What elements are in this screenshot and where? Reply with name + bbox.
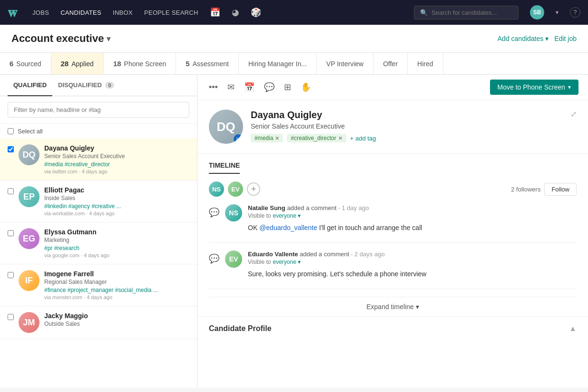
visibility-everyone[interactable]: everyone ▾ [273, 212, 300, 219]
comment-header: Eduardo Vallente added a comment · 2 day… [248, 251, 577, 258]
candidate-name: Elyssa Gutmann [44, 228, 189, 236]
tab-disqualified[interactable]: DISQUALIFIED 0 [52, 75, 119, 96]
disqualified-label: DISQUALIFIED [58, 81, 102, 89]
tab-qualified[interactable]: QUALIFIED [8, 75, 52, 96]
comment-author: Eduardo Vallente [248, 251, 298, 258]
candidate-info: Dayana Quigley Senior Sales Account Exec… [44, 144, 189, 174]
follow-button[interactable]: Follow [544, 183, 577, 196]
detail-tags: #media ✕ #creative_director ✕ + add tag [251, 134, 563, 142]
timeline-section: TIMELINE NS EV + 2 followers Follow 💬 NS… [197, 154, 588, 316]
comment-time: 2 days ago [354, 251, 385, 258]
candidate-checkbox[interactable] [8, 272, 14, 278]
follower-avatar-2: EV [228, 181, 243, 197]
candidate-title: Marketing [44, 237, 189, 243]
image-icon[interactable]: 🎲 [251, 7, 261, 18]
applied-label: Applied [71, 60, 94, 68]
add-follower-button[interactable]: + [247, 182, 260, 196]
nav-jobs[interactable]: JOBS [32, 9, 49, 16]
more-options-icon[interactable]: ••• [207, 80, 220, 94]
nav-candidates[interactable]: CANDIDATES [60, 9, 101, 16]
search-placeholder: Search for candidates... [431, 9, 497, 16]
tag-creative-director: #creative_director ✕ [287, 134, 346, 142]
tab-offer[interactable]: Offer [373, 53, 408, 74]
candidate-info: Jacky Maggio Outside Sales [44, 312, 189, 329]
candidate-source: via twitter.com · 4 days ago [44, 169, 189, 174]
select-all-checkbox[interactable] [8, 128, 14, 134]
help-button[interactable]: ? [570, 7, 580, 18]
follower-avatar-1: NS [209, 181, 224, 197]
detail-info: Dayana Quigley Senior Sales Account Exec… [251, 110, 563, 142]
expand-timeline-label: Expand timeline [366, 303, 414, 311]
comment-visibility: Visible to everyone ▾ [248, 259, 577, 265]
edit-job-button[interactable]: Edit job [554, 35, 577, 42]
add-candidates-button[interactable]: Add candidates ▾ [498, 35, 549, 42]
avatar-chevron[interactable]: ▾ [556, 9, 559, 16]
page-title: Account executive ▾ [11, 32, 110, 45]
tab-phone-screen[interactable]: 18 Phone Screen [104, 53, 176, 74]
list-item[interactable]: IF Imogene Farrell Regional Sales Manage… [0, 264, 197, 306]
user-avatar[interactable]: SB [530, 5, 544, 20]
candidates-list: DQ Dayana Quigley Senior Sales Account E… [0, 139, 197, 388]
visibility-chevron-icon: ▾ [298, 212, 301, 219]
candidate-checkbox[interactable] [8, 188, 14, 194]
search-bar[interactable]: 🔍 Search for candidates... [414, 6, 519, 20]
nav-inbox[interactable]: INBOX [113, 9, 133, 16]
list-item[interactable]: JM Jacky Maggio Outside Sales [0, 306, 197, 339]
grid-icon[interactable]: ⊞ [282, 80, 293, 94]
list-item[interactable]: EG Elyssa Gutmann Marketing #pr #researc… [0, 222, 197, 264]
comment-divider-2 [209, 289, 577, 289]
candidate-checkbox[interactable] [8, 230, 14, 236]
comment-header: Natalie Sung added a comment · 1 day ago [248, 204, 577, 211]
tag-media: #media ✕ [251, 134, 283, 142]
avatar: EP [19, 186, 39, 207]
calendar-icon[interactable]: 📅 [210, 7, 220, 18]
candidate-checkbox[interactable] [8, 314, 14, 320]
filter-box [0, 96, 197, 124]
calendar-icon[interactable]: 📅 [242, 80, 256, 94]
candidate-name: Jacky Maggio [44, 312, 189, 320]
candidate-profile-section: Candidate Profile ▲ [197, 316, 588, 341]
expand-icon[interactable]: ⤢ [570, 110, 577, 119]
page-actions: Add candidates ▾ Edit job [498, 35, 577, 42]
qualified-tabs: QUALIFIED DISQUALIFIED 0 [0, 75, 197, 96]
candidate-name: Elliott Pagac [44, 186, 189, 194]
offer-label: Offer [383, 60, 398, 68]
remove-tag-creative-director[interactable]: ✕ [338, 135, 343, 141]
applied-count: 28 [61, 60, 69, 68]
candidate-title: Outside Sales [44, 321, 189, 327]
tab-vp-interview[interactable]: VP Interview [317, 53, 373, 74]
detail-candidate-name: Dayana Quigley [251, 110, 563, 121]
tab-sourced[interactable]: 6 Sourced [0, 53, 51, 74]
candidate-source: via google.com · 4 days ago [44, 252, 189, 258]
candidate-tags: #pr #research [44, 245, 189, 251]
candidate-source: via workable.com · 4 days ago [44, 211, 189, 216]
comment-icon[interactable]: 💬 [262, 80, 276, 94]
nav-people-search[interactable]: PEOPLE SEARCH [144, 9, 198, 16]
clock-icon[interactable]: ◕ [232, 7, 239, 18]
visibility-everyone[interactable]: everyone ▾ [273, 259, 300, 265]
email-icon[interactable]: ✉ [225, 80, 236, 94]
list-item[interactable]: DQ Dayana Quigley Senior Sales Account E… [0, 139, 197, 181]
list-item[interactable]: EP Elliott Pagac Inside Sales #linkedin … [0, 181, 197, 222]
avatar: JM [19, 312, 39, 333]
tab-assessment[interactable]: 5 Assessment [176, 53, 239, 74]
hired-label: Hired [417, 60, 433, 68]
tab-hiring-manager[interactable]: Hiring Manager In... [239, 53, 317, 74]
filter-input[interactable] [8, 102, 189, 118]
hand-icon[interactable]: ✋ [299, 80, 313, 94]
add-tag-button[interactable]: + add tag [350, 135, 376, 142]
move-to-phone-screen-button[interactable]: Move to Phone Screen ▾ [490, 80, 578, 95]
profile-title: Candidate Profile [209, 324, 272, 333]
candidate-tags: #finance #project_manager #social_media … [44, 287, 189, 293]
expand-timeline-button[interactable]: Expand timeline ▾ [209, 297, 577, 316]
candidate-tags: #linkedin #agency #creative ... [44, 203, 189, 210]
job-title: Account executive [11, 32, 104, 45]
remove-tag-media[interactable]: ✕ [275, 135, 279, 141]
tab-applied[interactable]: 28 Applied [51, 53, 104, 74]
candidate-checkbox[interactable] [8, 146, 14, 152]
main-layout: QUALIFIED DISQUALIFIED 0 Select all DQ D… [0, 75, 588, 388]
tab-hired[interactable]: Hired [408, 53, 443, 74]
logo[interactable]: 𝐰 [8, 5, 17, 20]
profile-collapse-icon[interactable]: ▲ [569, 324, 577, 333]
title-chevron-icon[interactable]: ▾ [107, 34, 110, 43]
